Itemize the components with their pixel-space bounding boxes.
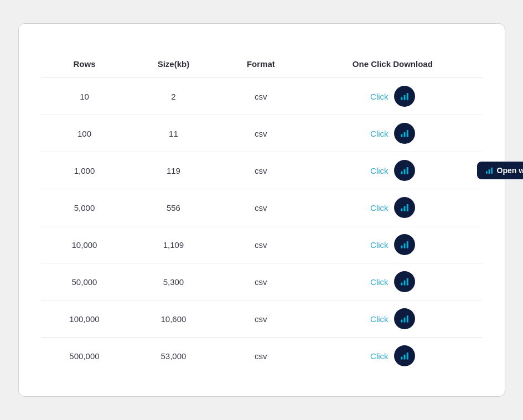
cell-format: csv bbox=[219, 189, 303, 226]
svg-rect-11 bbox=[491, 168, 493, 174]
svg-rect-19 bbox=[403, 281, 405, 286]
cell-action: Click bbox=[303, 115, 482, 152]
svg-rect-21 bbox=[401, 320, 402, 323]
svg-rect-1 bbox=[403, 95, 405, 100]
cell-format: csv bbox=[219, 152, 303, 189]
action-group: Click bbox=[312, 123, 473, 144]
svg-rect-9 bbox=[486, 171, 488, 174]
svg-rect-12 bbox=[401, 209, 402, 211]
action-group: Click bbox=[312, 308, 473, 329]
open-retable-button[interactable] bbox=[394, 234, 415, 255]
cell-size: 10,600 bbox=[128, 300, 219, 338]
svg-rect-16 bbox=[403, 243, 405, 248]
cell-action: Click bbox=[303, 78, 482, 115]
cell-action: Click bbox=[303, 338, 482, 375]
svg-rect-17 bbox=[406, 241, 408, 248]
cell-rows: 100,000 bbox=[41, 300, 128, 338]
svg-rect-25 bbox=[403, 355, 405, 360]
cell-size: 5,300 bbox=[128, 263, 219, 300]
cell-size: 11 bbox=[128, 115, 219, 152]
cell-rows: 500,000 bbox=[41, 338, 128, 375]
download-click-link[interactable]: Click bbox=[370, 351, 389, 361]
svg-rect-2 bbox=[406, 93, 408, 100]
col-header-size: Size(kb) bbox=[128, 55, 219, 78]
svg-rect-20 bbox=[406, 278, 408, 286]
open-retable-button[interactable] bbox=[394, 308, 415, 329]
svg-rect-22 bbox=[403, 318, 405, 323]
tooltip-label: Open with Retable bbox=[497, 166, 524, 175]
table-row: 1,000119csvClick Open with Retable bbox=[41, 152, 483, 189]
svg-rect-3 bbox=[401, 134, 402, 137]
download-click-link[interactable]: Click bbox=[370, 129, 389, 138]
open-with-retable-tooltip: Open with Retable bbox=[477, 162, 524, 179]
open-retable-button[interactable] bbox=[394, 123, 415, 144]
table-row: 102csvClick bbox=[41, 78, 483, 115]
action-group: Click bbox=[312, 234, 473, 255]
cell-rows: 1,000 bbox=[41, 152, 128, 189]
table-row: 100,00010,600csvClick bbox=[41, 300, 483, 338]
open-retable-button[interactable] bbox=[394, 160, 415, 181]
cell-action: Click bbox=[303, 189, 482, 226]
svg-rect-8 bbox=[406, 167, 408, 174]
svg-rect-14 bbox=[406, 204, 408, 211]
cell-format: csv bbox=[219, 300, 303, 338]
svg-rect-23 bbox=[406, 315, 408, 323]
cell-format: csv bbox=[219, 263, 303, 300]
cell-action: Click bbox=[303, 226, 482, 263]
cell-rows: 10 bbox=[41, 78, 128, 115]
action-group: Click bbox=[312, 345, 473, 366]
download-click-link[interactable]: Click bbox=[370, 277, 389, 287]
col-header-download: One Click Download bbox=[303, 55, 482, 78]
csv-files-table: Rows Size(kb) Format One Click Download … bbox=[41, 55, 483, 374]
svg-rect-13 bbox=[403, 206, 405, 211]
svg-rect-7 bbox=[403, 169, 405, 174]
open-retable-button[interactable] bbox=[394, 345, 415, 366]
download-card: Rows Size(kb) Format One Click Download … bbox=[18, 23, 505, 397]
cell-rows: 10,000 bbox=[41, 226, 128, 263]
download-click-link[interactable]: Click bbox=[370, 314, 389, 324]
cell-size: 53,000 bbox=[128, 338, 219, 375]
svg-rect-0 bbox=[401, 97, 402, 100]
col-header-format: Format bbox=[219, 55, 303, 78]
open-retable-button[interactable] bbox=[394, 271, 415, 292]
cell-format: csv bbox=[219, 78, 303, 115]
cell-action: Click bbox=[303, 263, 482, 300]
cell-action: Click bbox=[303, 300, 482, 338]
cell-rows: 5,000 bbox=[41, 189, 128, 226]
svg-rect-15 bbox=[401, 246, 402, 248]
download-click-link[interactable]: Click bbox=[370, 166, 389, 175]
svg-rect-18 bbox=[401, 283, 402, 286]
table-row: 500,00053,000csvClick bbox=[41, 338, 483, 375]
col-header-rows: Rows bbox=[41, 55, 128, 78]
cell-rows: 50,000 bbox=[41, 263, 128, 300]
action-group: Click bbox=[312, 197, 473, 218]
download-click-link[interactable]: Click bbox=[370, 203, 389, 212]
download-click-link[interactable]: Click bbox=[370, 240, 389, 250]
cell-format: csv bbox=[219, 115, 303, 152]
cell-size: 2 bbox=[128, 78, 219, 115]
cell-action: Click Open with Retable bbox=[303, 152, 482, 189]
download-click-link[interactable]: Click bbox=[370, 92, 389, 101]
svg-rect-26 bbox=[406, 352, 408, 360]
open-retable-button[interactable] bbox=[394, 197, 415, 218]
table-row: 50,0005,300csvClick bbox=[41, 263, 483, 300]
cell-size: 1,109 bbox=[128, 226, 219, 263]
svg-rect-10 bbox=[488, 169, 490, 174]
action-group: Click bbox=[312, 86, 473, 107]
table-header-row: Rows Size(kb) Format One Click Download bbox=[41, 55, 483, 78]
svg-rect-6 bbox=[401, 172, 402, 174]
cell-rows: 100 bbox=[41, 115, 128, 152]
table-row: 5,000556csvClick bbox=[41, 189, 483, 226]
cell-size: 119 bbox=[128, 152, 219, 189]
open-retable-button[interactable] bbox=[394, 86, 415, 107]
svg-rect-24 bbox=[401, 357, 402, 360]
cell-format: csv bbox=[219, 338, 303, 375]
svg-rect-4 bbox=[403, 132, 405, 137]
cell-size: 556 bbox=[128, 189, 219, 226]
cell-format: csv bbox=[219, 226, 303, 263]
svg-rect-5 bbox=[406, 130, 408, 137]
table-row: 10011csvClick bbox=[41, 115, 483, 152]
action-group: Click bbox=[312, 271, 473, 292]
action-group: Click Open with Retable bbox=[312, 160, 473, 181]
table-row: 10,0001,109csvClick bbox=[41, 226, 483, 263]
